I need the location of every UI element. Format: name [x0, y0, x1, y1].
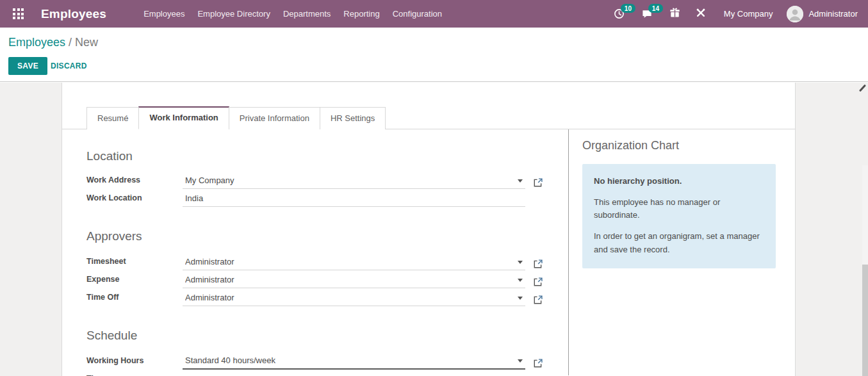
app-title[interactable]: Employees: [41, 7, 106, 21]
external-link-icon[interactable]: [534, 259, 543, 268]
save-button[interactable]: SAVE: [8, 57, 47, 75]
content-area: Resumé Work Information Private Informat…: [0, 83, 868, 376]
tab-hr-settings[interactable]: HR Settings: [320, 107, 386, 129]
external-link-icon[interactable]: [534, 359, 543, 368]
breadcrumb-employees-link[interactable]: Employees: [8, 36, 65, 49]
section-title-location: Location: [86, 149, 568, 163]
org-chart-info-box: No hierarchy position. This employee has…: [582, 164, 776, 268]
messages-button[interactable]: 14: [641, 8, 653, 19]
avatar: [787, 6, 803, 22]
org-chart-panel: Organization Chart No hierarchy position…: [569, 129, 795, 375]
gift-icon: [669, 7, 680, 20]
apps-menu-icon[interactable]: [13, 8, 24, 19]
work-location-field: [183, 192, 525, 207]
top-navbar: Employees Employees Employee Directory D…: [0, 0, 868, 28]
menu-configuration[interactable]: Configuration: [386, 1, 448, 26]
org-chart-alert-title: No hierarchy position.: [594, 175, 764, 188]
breadcrumb-separator: /: [65, 36, 75, 49]
org-chart-alert-line1: This employee has no manager or subordin…: [594, 196, 764, 222]
chevron-down-icon[interactable]: [518, 261, 523, 264]
menu-employees[interactable]: Employees: [137, 1, 191, 26]
expense-approver-row: Expense: [86, 271, 568, 288]
messages-count-badge: 14: [648, 4, 663, 13]
timesheet-input[interactable]: [183, 255, 525, 270]
notebook-tabs: Resumé Work Information Private Informat…: [62, 106, 795, 129]
tab-private-information[interactable]: Private Information: [229, 107, 320, 129]
control-panel: Employees / New SAVE DISCARD: [0, 28, 868, 82]
working-hours-label: Working Hours: [86, 356, 183, 370]
chevron-down-icon[interactable]: [518, 297, 523, 300]
external-link-icon[interactable]: [534, 178, 543, 187]
breadcrumb: Employees / New: [8, 36, 98, 49]
timesheet-label: Timesheet: [86, 257, 183, 270]
external-link-icon[interactable]: [534, 277, 543, 286]
discard-button[interactable]: DISCARD: [51, 57, 87, 75]
tools-button[interactable]: [696, 8, 706, 20]
menu-departments[interactable]: Departments: [277, 1, 337, 26]
form-fields-column: Location Work Address Work Location: [62, 129, 569, 375]
expense-input[interactable]: [183, 273, 525, 288]
work-location-row: Work Location: [86, 190, 568, 207]
timeoff-approver-row: Time Off: [86, 289, 568, 306]
activities-count-badge: 10: [621, 4, 635, 13]
vertical-scrollbar[interactable]: [862, 165, 868, 376]
tab-content-work-information: Location Work Address Work Location: [62, 129, 795, 375]
section-title-approvers: Approvers: [86, 229, 568, 243]
gift-button[interactable]: [669, 7, 680, 20]
timeoff-input[interactable]: [183, 291, 525, 306]
systray: 10 14 My Company: [614, 6, 858, 22]
external-link-icon[interactable]: [534, 295, 543, 304]
expense-label: Expense: [86, 275, 183, 288]
section-title-schedule: Schedule: [86, 329, 568, 343]
timeoff-field: [183, 291, 525, 306]
timezone-input[interactable]: [183, 372, 525, 376]
breadcrumb-current: New: [75, 36, 98, 49]
timeoff-label: Time Off: [86, 293, 183, 306]
chevron-down-icon[interactable]: [518, 359, 523, 363]
org-chart-title: Organization Chart: [582, 139, 795, 152]
work-location-label: Work Location: [86, 193, 183, 207]
work-address-input[interactable]: [183, 174, 525, 188]
working-hours-input[interactable]: [183, 354, 525, 368]
activities-button[interactable]: 10: [614, 8, 625, 19]
menu-reporting[interactable]: Reporting: [337, 1, 386, 26]
crossed-tools-icon: [696, 8, 706, 20]
timezone-select: [183, 372, 525, 376]
working-hours-row: Working Hours: [86, 352, 568, 370]
tab-work-information[interactable]: Work Information: [138, 106, 229, 129]
user-name: Administrator: [808, 9, 858, 19]
company-switcher[interactable]: My Company: [724, 9, 773, 19]
timesheet-approver-row: Timesheet: [86, 253, 568, 270]
org-chart-alert-line2: In order to get an organigram, set a man…: [594, 230, 764, 256]
chevron-down-icon[interactable]: [518, 179, 523, 183]
working-hours-field: [183, 354, 525, 370]
form-sheet: Resumé Work Information Private Informat…: [61, 83, 796, 376]
timezone-row: Timezone: [86, 370, 568, 376]
chevron-down-icon[interactable]: [518, 279, 523, 282]
timesheet-field: [183, 255, 525, 270]
work-address-row: Work Address: [86, 172, 568, 189]
scrollbar-thumb[interactable]: [862, 265, 868, 376]
work-address-label: Work Address: [86, 176, 183, 189]
top-menu: Employees Employee Directory Departments…: [137, 1, 448, 26]
user-menu[interactable]: Administrator: [787, 6, 858, 22]
expense-field: [183, 273, 525, 288]
menu-employee-directory[interactable]: Employee Directory: [191, 1, 276, 26]
employees-app-window: Employees Employees Employee Directory D…: [0, 0, 868, 376]
tab-resume[interactable]: Resumé: [86, 107, 139, 129]
work-address-field: [183, 174, 525, 189]
work-location-input[interactable]: [183, 192, 525, 206]
